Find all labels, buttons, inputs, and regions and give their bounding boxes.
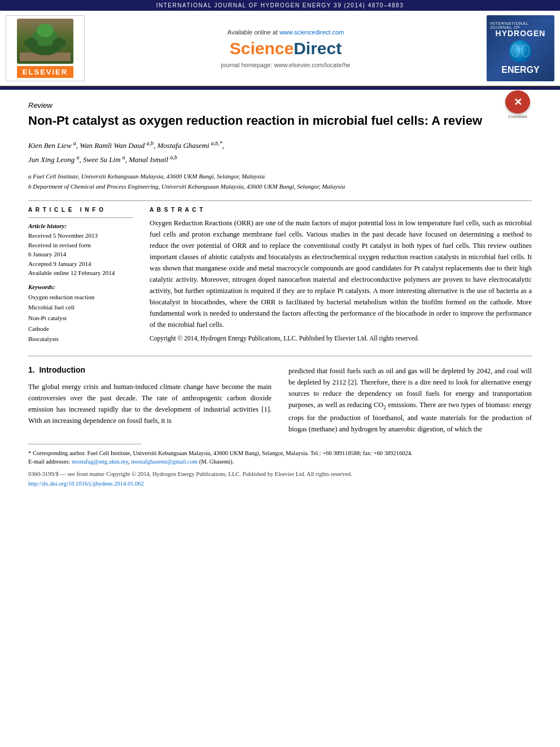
intro-right-text: predicted that fossil fuels such as oil …: [288, 365, 532, 435]
affiliation-b: b Department of Chemical and Process Eng…: [28, 182, 532, 192]
section-divider: [28, 356, 532, 356]
svg-point-5: [24, 38, 38, 47]
crossmark-label: CrossMark: [508, 115, 527, 119]
history-label: Article history:: [28, 222, 133, 229]
direct-part: Direct: [294, 39, 342, 58]
science-part: Science: [230, 39, 294, 58]
affiliation-a: a Fuel Cell Institute, Universiti Kebang…: [28, 172, 532, 182]
abstract-heading: A B S T R A C T: [150, 207, 532, 213]
received-date: Received 5 November 2013 Received in rev…: [28, 231, 133, 278]
review-label: Review: [28, 101, 532, 110]
journal-top-bar: International Journal of Hydrogen Energy…: [0, 0, 560, 11]
article-info-col: A R T I C L E I N F O Article history: R…: [28, 207, 133, 344]
copyright-text: Copyright © 2014, Hydrogen Energy Public…: [150, 334, 532, 343]
journal-title-bar: International Journal of Hydrogen Energy…: [156, 2, 404, 8]
authors: Kien Ben Liew a, Wan Ramli Wan Daud a,b,…: [28, 138, 532, 166]
intro-right-col: predicted that fossil fuels such as oil …: [288, 365, 532, 435]
sciencedirect-logo: ScienceDirect: [230, 39, 342, 58]
crossmark-circle: ✕: [505, 90, 530, 113]
main-content: Review ✕ CrossMark Non-Pt catalyst as ox…: [0, 90, 560, 499]
keyword-3: Non-Pt catalyst: [28, 313, 133, 324]
elsevier-label: ELSEVIER: [17, 66, 73, 78]
article-info-divider: [28, 217, 133, 218]
introduction-section: 1. Introduction The global energy crisis…: [28, 365, 532, 435]
keyword-5: Biocatalysts: [28, 334, 133, 344]
intro-left-col: 1. Introduction The global energy crisis…: [28, 365, 272, 435]
logo-international: International Journal of: [490, 21, 551, 29]
available-url[interactable]: www.sciencedirect.com: [279, 29, 344, 36]
hydrogen-energy-logo: International Journal of HYDROGEN ENERGY: [487, 15, 554, 81]
article-info-abstract-row: A R T I C L E I N F O Article history: R…: [28, 207, 532, 344]
available-online: Available online at www.sciencedirect.co…: [228, 29, 344, 36]
affiliations: a Fuel Cell Institute, Universiti Kebang…: [28, 172, 532, 191]
footnote-divider: [28, 444, 141, 444]
elsevier-tree-image: [17, 19, 73, 64]
divider-after-affiliations: [28, 200, 532, 201]
abstract-col: A B S T R A C T Oxygen Reduction Reactio…: [150, 207, 532, 344]
crossmark-badge: ✕ CrossMark: [504, 90, 532, 119]
intro-left-text: The global energy crisis and human-induc…: [28, 381, 272, 426]
elsevier-logo-box: ELSEVIER: [6, 15, 85, 81]
keyword-4: Cathode: [28, 324, 133, 334]
paper-title: Non-Pt catalyst as oxygen reduction reac…: [28, 113, 532, 129]
journal-header: International Journal of Hydrogen Energy…: [0, 0, 560, 87]
center-header: Available online at www.sciencedirect.co…: [90, 15, 481, 81]
footnote-email: E-mail addresses: mostafag@eng.ukm.my, m…: [28, 457, 532, 466]
keyword-1: Oxygen reduction reaction: [28, 292, 133, 303]
doi-link[interactable]: http://dx.doi.org/10.1016/j.ijhydene.201…: [28, 480, 144, 487]
svg-point-6: [53, 38, 66, 47]
logo-globe: [509, 40, 532, 63]
crossmark-container: ✕ CrossMark: [504, 90, 532, 119]
footnote-corresponding: * Corresponding author. Fuel Cell Instit…: [28, 449, 532, 458]
header-logos-row: ELSEVIER Available online at www.science…: [0, 11, 560, 86]
email-label: E-mail addresses:: [28, 458, 70, 465]
title-area: ✕ CrossMark Non-Pt catalyst as oxygen re…: [28, 113, 532, 129]
issn-info: 0360-3199/$ — see front matter Copyright…: [28, 470, 532, 479]
abstract-text: Oxygen Reduction Reactions (ORR) are one…: [150, 217, 532, 330]
intro-title: 1. Introduction: [28, 365, 272, 374]
keyword-2: Microbial fuel cell: [28, 302, 133, 313]
logo-energy: ENERGY: [501, 65, 540, 75]
logo-hydrogen: HYDROGEN: [496, 29, 546, 38]
email-link-1[interactable]: mostafag@eng.ukm.my: [72, 458, 128, 465]
email-link-2[interactable]: mostafghasemi@gmail.com: [131, 458, 198, 465]
journal-homepage: journal homepage: www.elsevier.com/locat…: [221, 62, 350, 68]
article-info-heading: A R T I C L E I N F O: [28, 207, 133, 213]
elsevier-tree-svg: [20, 21, 71, 61]
svg-point-4: [37, 24, 54, 37]
keywords-label: Keywords:: [28, 283, 133, 290]
